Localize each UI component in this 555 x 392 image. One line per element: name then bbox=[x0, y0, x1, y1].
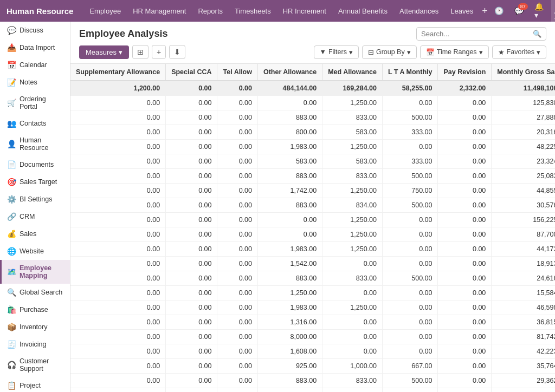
table-cell: 0.00 bbox=[217, 300, 257, 315]
table-row: 0.000.000.001,983.001,250.000.000.0048,2… bbox=[70, 140, 555, 154]
table-cell: 1,742.00 bbox=[257, 184, 322, 198]
sidebar-item-documents[interactable]: 📄 Documents bbox=[0, 156, 70, 173]
sidebar-icon: 🌐 bbox=[7, 247, 16, 256]
nav-link-employee[interactable]: Employee bbox=[84, 4, 126, 18]
table-cell: 500.00 bbox=[382, 374, 437, 388]
table-cell: 0.00 bbox=[70, 359, 166, 374]
favorites-button[interactable]: ★ Favorites ▾ bbox=[492, 45, 546, 59]
table-cell: 24,616.00 bbox=[492, 271, 555, 286]
table-cell: 0.00 bbox=[166, 359, 217, 374]
table-cell: 500.00 bbox=[382, 110, 437, 125]
filters-button[interactable]: ▼ Filters ▾ bbox=[314, 45, 359, 59]
table-cell: 25,083.50 bbox=[492, 169, 555, 184]
download-button[interactable]: ⬇ bbox=[169, 45, 185, 59]
table-cell: 1,250.00 bbox=[322, 213, 383, 227]
table-cell: 1,250.00 bbox=[322, 242, 383, 257]
plus-button[interactable]: + bbox=[479, 5, 491, 17]
sidebar-item-sales[interactable]: 💰 Sales bbox=[0, 225, 70, 243]
table-cell: 925.00 bbox=[257, 359, 322, 374]
clock-icon[interactable]: 🕐 bbox=[491, 4, 507, 17]
main-layout: 💬 Discuss 📥 Data Import 📅 Calendar 📝 Not… bbox=[0, 22, 555, 392]
nav-link-hr-management[interactable]: HR Management bbox=[127, 4, 191, 18]
table-cell: 0.00 bbox=[438, 374, 492, 388]
table-cell: 1,000.00 bbox=[322, 359, 383, 374]
table-cell: 0.00 bbox=[257, 227, 322, 242]
nav-link-attendances[interactable]: Attendances bbox=[394, 4, 444, 18]
table-cell: 0.00 bbox=[70, 374, 166, 388]
table-cell: 0.00 bbox=[217, 184, 257, 198]
sidebar-item-sales-target[interactable]: 🎯 Sales Target bbox=[0, 173, 70, 191]
search-icon[interactable]: 🔍 bbox=[533, 30, 541, 38]
nav-link-hr-increment[interactable]: HR Increment bbox=[278, 4, 332, 18]
sidebar-label: Project bbox=[20, 382, 41, 389]
sidebar-item-project[interactable]: 📋 Project bbox=[0, 377, 70, 392]
measures-button[interactable]: Measures ▾ bbox=[79, 45, 129, 59]
sidebar-item-employee-mapping[interactable]: 🗺️ Employee Mapping bbox=[0, 260, 70, 284]
sidebar-item-crm[interactable]: 🔗 CRM bbox=[0, 208, 70, 225]
table-cell: 0.00 bbox=[166, 184, 217, 198]
nav-link-annual-benefits[interactable]: Annual Benefits bbox=[333, 4, 393, 18]
admin-menu[interactable]: 👤 ADMINISTRATOR ▾ bbox=[551, 0, 555, 26]
sidebar-label: Ordering Portal bbox=[20, 95, 64, 110]
table-cell: 1,983.00 bbox=[257, 300, 322, 315]
sidebar-item-purchase[interactable]: 🛍️ Purchase bbox=[0, 301, 70, 318]
table-cell: 0.00 bbox=[166, 257, 217, 271]
sidebar-item-website[interactable]: 🌐 Website bbox=[0, 243, 70, 260]
table-cell: 0.00 bbox=[217, 315, 257, 330]
table-cell: 15,584.00 bbox=[492, 286, 555, 300]
nav-link-leaves[interactable]: Leaves bbox=[445, 4, 479, 18]
table-cell: 0.00 bbox=[217, 257, 257, 271]
table-cell: 834.00 bbox=[322, 198, 383, 213]
table-cell: 0.00 bbox=[438, 110, 492, 125]
table-cell: 0.00 bbox=[438, 184, 492, 198]
sidebar-icon: 🎧 bbox=[7, 361, 16, 369]
table-row: 0.000.000.00883.00833.00500.000.0027,888… bbox=[70, 110, 555, 125]
sidebar-item-discuss[interactable]: 💬 Discuss bbox=[0, 22, 70, 39]
table-cell: 36,815.90 bbox=[492, 315, 555, 330]
sidebar-icon: 🛒 bbox=[7, 99, 16, 107]
table-cell: 0.00 bbox=[166, 96, 217, 110]
table-cell: 0.00 bbox=[217, 169, 257, 184]
add-button[interactable]: + bbox=[152, 45, 166, 59]
chat-icon[interactable]: 💬 87 bbox=[511, 4, 527, 17]
brand-title: Human Resource bbox=[7, 6, 73, 16]
nav-link-reports[interactable]: Reports bbox=[192, 4, 228, 18]
sidebar-icon: 👤 bbox=[7, 140, 16, 148]
sidebar-item-inventory[interactable]: 📦 Inventory bbox=[0, 318, 70, 336]
sidebar-item-global-search[interactable]: 🔍 Global Search bbox=[0, 284, 70, 301]
table-cell: 883.00 bbox=[257, 374, 322, 388]
table-cell: 0.00 bbox=[382, 286, 437, 300]
time-ranges-button[interactable]: 📅 Time Ranges ▾ bbox=[420, 45, 489, 59]
col-header-monthly-gross-salary: Monthly Gross Salary bbox=[492, 64, 555, 81]
bell-icon[interactable]: 🔔 ▾ bbox=[531, 0, 547, 22]
table-cell: 0.00 bbox=[257, 213, 322, 227]
sidebar-icon: 📋 bbox=[7, 381, 16, 390]
table-cell: 0.00 bbox=[70, 154, 166, 169]
sidebar-item-data-import[interactable]: 📥 Data Import bbox=[0, 39, 70, 56]
nav-link-timesheets[interactable]: Timesheets bbox=[229, 4, 276, 18]
grid-view-button[interactable]: ⊞ bbox=[132, 45, 149, 59]
sidebar-item-human-resource[interactable]: 👤 Human Resource bbox=[0, 132, 70, 156]
table-cell: 0.00 bbox=[166, 198, 217, 213]
table-cell: 0.00 bbox=[70, 344, 166, 359]
table-cell: 0.00 bbox=[217, 140, 257, 154]
table-cell: 1,983.00 bbox=[257, 388, 322, 393]
sidebar-item-bi-settings[interactable]: ⚙️ BI Settings bbox=[0, 191, 70, 208]
search-input[interactable] bbox=[421, 30, 530, 38]
table-cell: 500.00 bbox=[382, 198, 437, 213]
sidebar-item-invoicing[interactable]: 🧾 Invoicing bbox=[0, 336, 70, 353]
table-cell: 333.00 bbox=[382, 125, 437, 140]
table-cell: 0.00 bbox=[322, 286, 383, 300]
sidebar-item-ordering-portal[interactable]: 🛒 Ordering Portal bbox=[0, 91, 70, 115]
group-by-button[interactable]: ⊟ Group By ▾ bbox=[362, 45, 417, 59]
sidebar-label: BI Settings bbox=[20, 195, 52, 203]
table-cell: 0.00 bbox=[257, 96, 322, 110]
table-cell: 1,250.00 bbox=[322, 140, 383, 154]
sidebar-item-customer-support[interactable]: 🎧 Customer Support bbox=[0, 353, 70, 377]
search-box[interactable]: 🔍 bbox=[416, 27, 546, 41]
table-cell: 0.00 bbox=[438, 330, 492, 344]
sidebar-item-calendar[interactable]: 📅 Calendar bbox=[0, 56, 70, 74]
sidebar-item-notes[interactable]: 📝 Notes bbox=[0, 74, 70, 91]
table-cell: 2,332.00 bbox=[438, 81, 492, 96]
sidebar-item-contacts[interactable]: 👥 Contacts bbox=[0, 115, 70, 132]
